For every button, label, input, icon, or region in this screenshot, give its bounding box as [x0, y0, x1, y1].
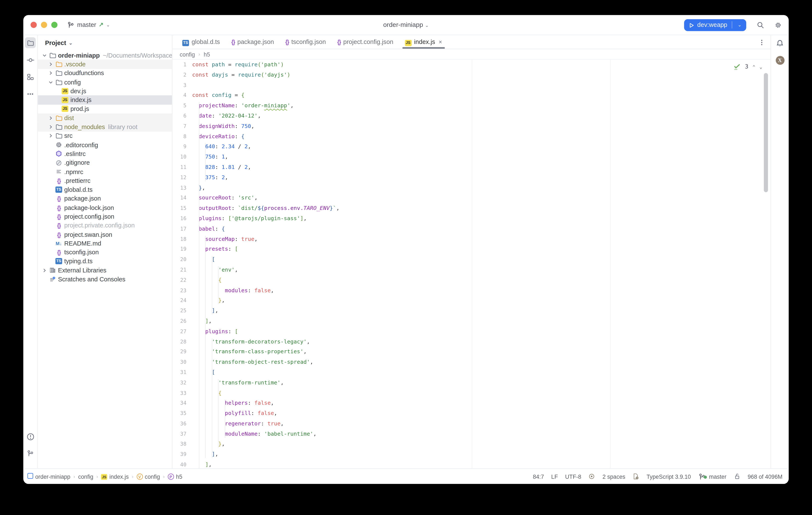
encoding[interactable]: UTF-8: [565, 473, 581, 479]
tree-item--vscode[interactable]: .vscode: [38, 60, 172, 69]
code-lines[interactable]: const path = require('path')const dayjs …: [192, 59, 771, 468]
tree-item--prettierrc[interactable]: {}.prettierrc: [38, 176, 172, 185]
close-window-button[interactable]: [30, 22, 37, 28]
line-number[interactable]: 18: [173, 234, 191, 244]
tree-item-dev-js[interactable]: JSdev.js: [38, 87, 172, 96]
code-line-23[interactable]: modules: false,: [192, 285, 771, 296]
line-number[interactable]: 4: [173, 90, 191, 101]
line-number[interactable]: 3: [173, 80, 191, 90]
tab-global-d-ts[interactable]: TSglobal.d.ts: [177, 35, 226, 49]
line-number[interactable]: 29: [173, 347, 191, 357]
more-tools-button[interactable]: [25, 88, 36, 100]
code-line-27[interactable]: plugins: [: [192, 326, 771, 336]
chevron-collapsed-icon[interactable]: [47, 133, 54, 139]
chevron-expanded-icon[interactable]: [41, 52, 48, 58]
line-number[interactable]: 31: [173, 368, 191, 378]
line-number[interactable]: 38: [173, 439, 191, 449]
tree-item--eslintrc[interactable]: .eslintrc: [38, 150, 172, 158]
tree-item-readme-md[interactable]: M↓README.md: [38, 239, 172, 248]
tab-project-config-json[interactable]: {}project.config.json: [331, 35, 399, 49]
code-line-24[interactable]: },: [192, 296, 771, 306]
line-number[interactable]: 37: [173, 429, 191, 439]
tree-item-package-lock-json[interactable]: {}package-lock.json: [38, 203, 172, 212]
code-line-20[interactable]: [: [192, 254, 771, 265]
line-number[interactable]: 1: [173, 59, 191, 70]
line-number[interactable]: 22: [173, 275, 191, 285]
line-number[interactable]: 35: [173, 408, 191, 418]
problems-tool-button[interactable]: [25, 431, 36, 442]
editor-scrollbar[interactable]: [764, 73, 768, 192]
tree-item-index-js[interactable]: JSindex.js: [38, 96, 172, 105]
structure-tool-button[interactable]: [25, 72, 36, 82]
code-line-25[interactable]: ],: [192, 306, 771, 316]
typescript-version[interactable]: TypeScript 3.9.10: [646, 473, 691, 479]
indent[interactable]: 2 spaces: [603, 473, 626, 479]
next-problem-chevron-down-icon[interactable]: ⌄: [759, 64, 762, 69]
version-control-tool-button[interactable]: [25, 448, 36, 459]
prev-problem-chevron-up-icon[interactable]: ⌃: [753, 64, 755, 69]
memory-indicator[interactable]: 968 of 4096M: [748, 473, 782, 479]
tab-package-json[interactable]: {}package.json: [226, 35, 280, 49]
tree-item-package-json[interactable]: {}package.json: [38, 194, 172, 203]
tab-options-kebab-icon[interactable]: [758, 37, 765, 47]
line-number[interactable]: 32: [173, 378, 191, 388]
code-line-31[interactable]: [: [192, 368, 771, 378]
status-crumb-config[interactable]: Vconfig: [137, 473, 160, 480]
code-line-18[interactable]: sourceMap: true,: [192, 234, 771, 244]
status-crumb-h5[interactable]: Ph5: [168, 473, 182, 480]
code-line-10[interactable]: 750: 1,: [192, 152, 771, 162]
read-only-toggle[interactable]: [734, 473, 741, 480]
chevron-down-icon[interactable]: ⌄: [735, 22, 744, 27]
tab-tsconfig-json[interactable]: {}tsconfig.json: [280, 35, 331, 49]
line-number[interactable]: 25: [173, 306, 191, 316]
tree-item-typing-d-ts[interactable]: TStyping.d.ts: [38, 257, 172, 266]
chevron-collapsed-icon[interactable]: [47, 124, 54, 130]
line-number[interactable]: 30: [173, 357, 191, 368]
line-number[interactable]: 7: [173, 121, 191, 131]
chevron-collapsed-icon[interactable]: [47, 70, 54, 76]
settings-gear-icon[interactable]: [775, 20, 782, 30]
code-line-26[interactable]: ],: [192, 316, 771, 326]
tree-item-scratches-and-consoles[interactable]: Scratches and Consoles: [38, 275, 172, 284]
code-line-1[interactable]: const path = require('path'): [192, 59, 771, 70]
code-line-36[interactable]: regenerator: true,: [192, 418, 771, 429]
tree-item-dist[interactable]: dist: [38, 113, 172, 123]
code-line-28[interactable]: 'transform-decorators-legacy',: [192, 336, 771, 347]
code-editor[interactable]: 1234567891011121314151617181920212223242…: [173, 59, 771, 468]
chevron-collapsed-icon[interactable]: [47, 61, 54, 67]
code-line-5[interactable]: projectName: 'order-miniapp',: [192, 101, 771, 111]
line-number[interactable]: 24: [173, 296, 191, 306]
tree-item-config[interactable]: config: [38, 78, 172, 87]
line-number[interactable]: 21: [173, 265, 191, 275]
line-number[interactable]: 33: [173, 388, 191, 398]
code-line-37[interactable]: moduleName: 'babel-runtime',: [192, 429, 771, 439]
line-number[interactable]: 27: [173, 326, 191, 336]
tree-item-global-d-ts[interactable]: TSglobal.d.ts: [38, 185, 172, 194]
code-line-32[interactable]: 'transform-runtime',: [192, 378, 771, 388]
tree-item-order-miniapp[interactable]: order-miniapp~/Documents/Workspace/: [38, 51, 172, 60]
code-line-7[interactable]: designWidth: 750,: [192, 121, 771, 131]
code-line-9[interactable]: 640: 2.34 / 2,: [192, 142, 771, 152]
line-number[interactable]: 17: [173, 224, 191, 234]
highlighting-level[interactable]: [588, 473, 596, 480]
editor-gutter[interactable]: 1234567891011121314151617181920212223242…: [173, 59, 191, 468]
tree-item-node-modules[interactable]: node_moduleslibrary root: [38, 123, 172, 131]
code-line-12[interactable]: 375: 2,: [192, 172, 771, 183]
project-title-label[interactable]: order-miniapp: [383, 21, 423, 29]
line-number[interactable]: 39: [173, 449, 191, 460]
code-line-21[interactable]: 'env',: [192, 265, 771, 275]
chevron-collapsed-icon[interactable]: [47, 115, 54, 121]
minimize-window-button[interactable]: [41, 22, 47, 28]
code-line-38[interactable]: },: [192, 439, 771, 449]
line-number[interactable]: 10: [173, 152, 191, 162]
line-separator[interactable]: LF: [551, 473, 558, 479]
notifications-icon[interactable]: [776, 38, 784, 48]
code-line-19[interactable]: presets: [: [192, 244, 771, 254]
code-line-30[interactable]: 'transform-object-rest-spread',: [192, 357, 771, 368]
chevron-expanded-icon[interactable]: [47, 79, 54, 85]
code-style[interactable]: [633, 473, 639, 480]
line-number[interactable]: 19: [173, 244, 191, 254]
commit-tool-button[interactable]: [25, 54, 36, 65]
line-number[interactable]: 14: [173, 193, 191, 203]
code-line-35[interactable]: polyfill: false,: [192, 408, 771, 418]
